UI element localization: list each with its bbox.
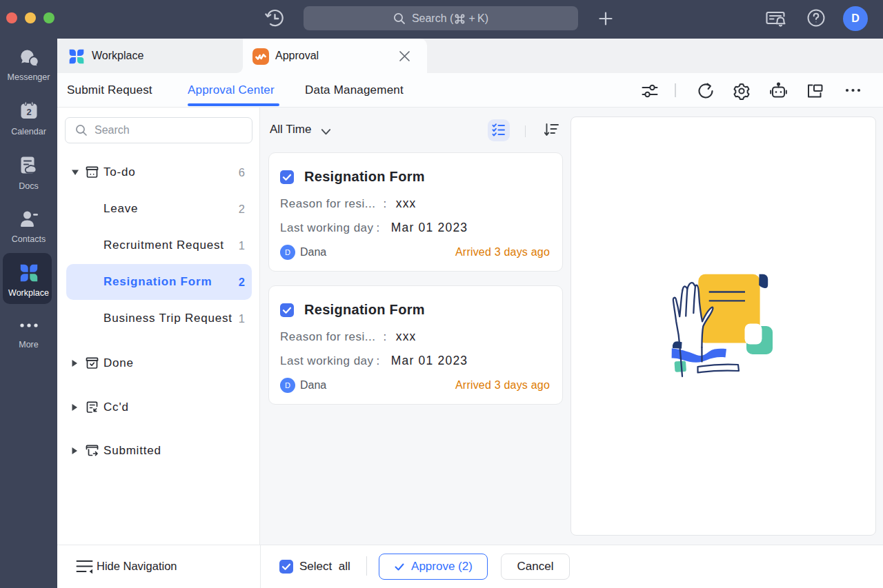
svg-text:2: 2 xyxy=(26,107,31,117)
